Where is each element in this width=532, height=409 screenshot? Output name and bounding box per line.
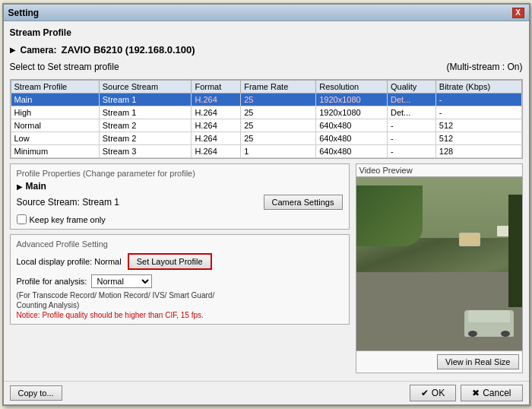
main-window: Setting X Stream Profile ▶ Camera: ZAVIO… <box>2 3 530 406</box>
camera-info: ▶ Camera: ZAVIO B6210 (192.168.0.100) <box>10 44 523 55</box>
col-header-bitrate: Bitrate (Kbps) <box>435 81 521 94</box>
source-stream-row: Source Stream: Stream 1 Camera Settings <box>17 195 343 210</box>
layout-row: Local display profile: Normal Set Layout… <box>17 253 343 270</box>
keep-keyframe-checkbox[interactable] <box>17 214 27 224</box>
col-header-fps: Frame Rate <box>241 81 316 94</box>
set-layout-button[interactable]: Set Layout Profile <box>128 253 212 270</box>
local-display-label: Local display profile: Normal <box>17 257 122 266</box>
left-panel: Profile Properties (Change parameter for… <box>10 163 350 373</box>
profile-header: ▶ Main <box>17 181 343 192</box>
video-preview-title: Video Preview <box>356 164 522 177</box>
ok-icon: ✔ <box>421 388 429 398</box>
notice-text: Notice: Profile quality should be higher… <box>17 311 343 319</box>
table-row[interactable]: LowStream 2H.26425640x480-512 <box>11 132 521 145</box>
close-button[interactable]: X <box>512 8 524 18</box>
view-real-size-row: View in Real Size <box>356 350 522 373</box>
keep-keyframe-label: Keep key frame only <box>30 215 106 224</box>
table-row[interactable]: NormalStream 2H.26425640x480-512 <box>11 119 521 132</box>
view-real-size-button[interactable]: View in Real Size <box>437 354 518 369</box>
bottom-area: Profile Properties (Change parameter for… <box>10 163 523 373</box>
camera-label: Camera: <box>21 45 57 55</box>
camera-triangle: ▶ <box>10 46 16 54</box>
advanced-title: Advanced Profile Setting <box>17 239 343 249</box>
multi-stream-label: (Multi-stream : On) <box>446 62 522 72</box>
cancel-button[interactable]: ✖ Cancel <box>461 385 522 401</box>
col-header-source: Source Stream <box>99 81 192 94</box>
profile-properties-box: Profile Properties (Change parameter for… <box>10 163 350 230</box>
select-stream-label: Select to Set stream profile <box>10 62 119 72</box>
analysis-row: Profile for analysis: NormalHighLowMainM… <box>17 274 343 288</box>
right-panel: Video Preview <box>356 163 523 373</box>
table-row[interactable]: HighStream 1H.264251920x1080Det...- <box>11 106 521 119</box>
col-header-resolution: Resolution <box>316 81 388 94</box>
cancel-icon: ✖ <box>472 388 480 398</box>
stream-table: Stream Profile Source Stream Format Fram… <box>11 80 522 158</box>
cancel-label: Cancel <box>483 388 511 398</box>
source-stream-label: Source Stream: Stream 1 <box>17 197 119 208</box>
content-area: Stream Profile ▶ Camera: ZAVIO B6210 (19… <box>4 21 529 379</box>
stream-table-container: Stream Profile Source Stream Format Fram… <box>10 79 523 159</box>
camera-name: ZAVIO B6210 (192.168.0.100) <box>62 44 195 55</box>
table-row[interactable]: MainStream 1H.264251920x1080Det...- <box>11 94 521 106</box>
footer-right: ✔ OK ✖ Cancel <box>410 385 523 401</box>
section-title: Stream Profile <box>10 27 523 38</box>
camera-settings-button[interactable]: Camera Settings <box>264 195 343 210</box>
ok-button[interactable]: ✔ OK <box>410 385 456 401</box>
table-row[interactable]: MinimumStream 3H.2641640x480-128 <box>11 145 521 158</box>
ok-label: OK <box>432 388 445 398</box>
keep-keyframe-row: Keep key frame only <box>17 214 343 224</box>
profile-triangle: ▶ <box>17 182 23 191</box>
select-info-row: Select to Set stream profile (Multi-stre… <box>10 62 523 72</box>
col-header-format: Format <box>192 81 241 94</box>
window-title: Setting <box>8 8 40 18</box>
col-header-quality: Quality <box>387 81 435 94</box>
copy-to-button[interactable]: Copy to... <box>10 385 62 401</box>
active-profile-name: Main <box>26 181 46 192</box>
advanced-profile-box: Advanced Profile Setting Local display p… <box>10 234 350 325</box>
col-header-profile: Stream Profile <box>11 81 99 94</box>
profile-properties-title: Profile Properties (Change parameter for… <box>17 169 343 178</box>
table-header-row: Stream Profile Source Stream Format Fram… <box>11 81 521 94</box>
info-text-1: (For Transcode Record/ Motion Record/ IV… <box>17 291 343 300</box>
analysis-dropdown[interactable]: NormalHighLowMainMinimum <box>91 274 152 288</box>
info-text-2: Counting Analysis) <box>17 301 343 309</box>
video-preview-box: Video Preview <box>356 163 523 373</box>
footer-row: Copy to... ✔ OK ✖ Cancel <box>4 381 529 404</box>
analysis-label: Profile for analysis: <box>17 277 87 286</box>
video-image <box>356 177 522 350</box>
title-bar: Setting X <box>4 5 529 21</box>
